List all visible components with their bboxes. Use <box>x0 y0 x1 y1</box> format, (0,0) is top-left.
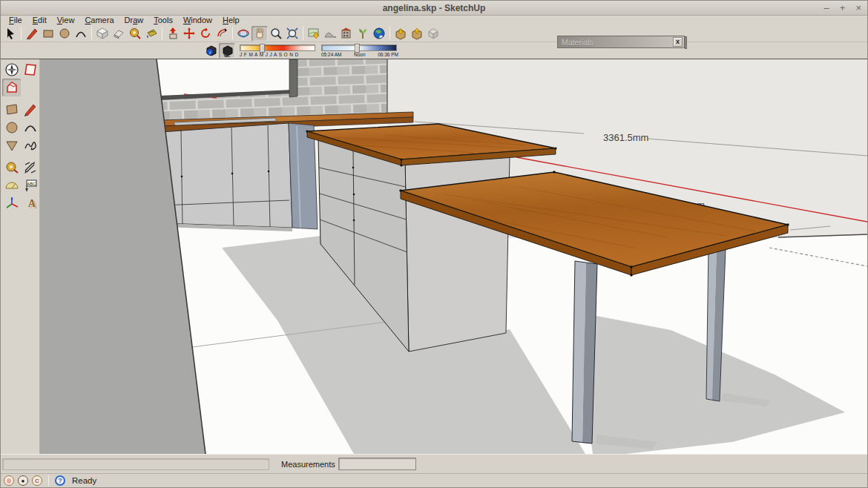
shadow-time-slider: 05:24 AM Noon 06:36 PM <box>321 44 398 57</box>
help-icon[interactable]: ? <box>55 475 65 486</box>
drawer-handle <box>353 220 355 222</box>
date-slider-labels: J F M A M J J A S O N D <box>240 52 317 57</box>
titlebar[interactable]: angelina.skp - SketchUp – + × <box>1 1 867 16</box>
maximize-icon[interactable]: + <box>840 1 846 16</box>
cabinet-handle <box>231 173 234 175</box>
menu-window[interactable]: Window <box>178 16 217 25</box>
arc-tool[interactable] <box>73 26 89 42</box>
circle-tool[interactable] <box>56 26 73 42</box>
main-area: ABC AA <box>1 59 867 454</box>
menu-edit[interactable]: Edit <box>27 16 52 25</box>
date-slider-thumb[interactable] <box>260 44 265 53</box>
menu-camera[interactable]: Camera <box>79 16 119 25</box>
time-slider-thumb[interactable] <box>355 44 360 53</box>
dimension-label-width[interactable]: 3361.5mm <box>603 132 648 143</box>
time-slider-track[interactable] <box>321 44 397 51</box>
materials-close-icon[interactable]: x <box>673 37 683 47</box>
main-toolbar <box>1 25 867 42</box>
line-tool-left[interactable] <box>21 101 39 119</box>
polygon-tool[interactable] <box>2 136 21 154</box>
status-separator <box>48 475 49 486</box>
endpoint <box>554 147 556 149</box>
claim-credit-icon[interactable]: ● <box>18 475 28 486</box>
geolocation-icon[interactable] <box>4 475 14 486</box>
drawer-handle <box>352 167 355 169</box>
orbit-tool[interactable] <box>235 26 251 42</box>
eraser-tool[interactable] <box>111 26 127 42</box>
statusbar: ● C ? Ready <box>1 473 867 487</box>
offset-tool[interactable] <box>214 26 230 42</box>
move-tool[interactable] <box>181 26 197 42</box>
share-model-tool[interactable] <box>409 26 425 42</box>
svg-text:ABC: ABC <box>27 182 36 186</box>
add-location-tool[interactable] <box>306 26 322 42</box>
measurements-tray: Measurements <box>1 454 867 473</box>
close-icon[interactable]: × <box>855 1 861 16</box>
svg-text:i: i <box>209 49 211 55</box>
toggle-terrain-tool[interactable] <box>322 26 338 42</box>
freehand-tool[interactable] <box>21 136 39 154</box>
window-frame-right[interactable] <box>289 59 297 97</box>
protractor-tool[interactable] <box>2 177 21 194</box>
push-pull-tool[interactable] <box>165 26 181 42</box>
menu-draw[interactable]: Draw <box>119 16 149 25</box>
menu-help[interactable]: Help <box>217 16 245 25</box>
time-slider-labels: 05:24 AM Noon 06:36 PM <box>321 52 398 57</box>
rectangle-tool-left[interactable] <box>2 101 21 119</box>
red-plane-tool[interactable] <box>21 61 39 79</box>
minimize-icon[interactable]: – <box>824 1 829 16</box>
measurements-label: Measurements <box>281 460 335 469</box>
get-models-tool[interactable] <box>392 26 409 42</box>
shadows-toggle-button[interactable] <box>219 43 235 59</box>
measurements-input[interactable] <box>338 458 416 470</box>
toolbar-separator <box>91 27 92 40</box>
materials-dialog[interactable]: Materials x <box>557 36 685 48</box>
photo-textures-tool[interactable] <box>338 26 355 42</box>
materials-dialog-title: Materials <box>558 38 673 47</box>
credits-icon[interactable]: C <box>32 475 42 486</box>
pan-tool[interactable] <box>251 26 268 42</box>
endpoint <box>400 158 402 160</box>
tape-measure-tool-left[interactable] <box>2 159 21 177</box>
select-tool[interactable] <box>2 26 19 42</box>
preview-google-earth-tool[interactable] <box>355 26 371 42</box>
endpoint <box>630 266 632 268</box>
menubar: File Edit View Camera Draw Tools Window … <box>1 16 867 25</box>
line-tool[interactable] <box>24 26 40 42</box>
tray-groove <box>2 458 269 470</box>
model-viewport[interactable]: 3361.5mm 900.0mm <box>40 59 867 454</box>
base-cabinets[interactable] <box>161 123 292 228</box>
endpoint <box>399 189 401 191</box>
text-tool[interactable]: ABC <box>21 177 39 194</box>
red-house-tool[interactable] <box>2 79 21 96</box>
toolbar-separator <box>162 27 162 40</box>
menu-view[interactable]: View <box>52 16 80 25</box>
tape-measure-tool[interactable] <box>127 26 143 42</box>
circle-tool-left[interactable] <box>2 119 21 136</box>
zoom-tool[interactable] <box>268 26 284 42</box>
google-earth-icon[interactable] <box>371 26 387 42</box>
shadow-settings-button[interactable]: i <box>203 43 219 59</box>
left-tool-palette: ABC AA <box>1 59 40 454</box>
toolbar-separator <box>303 27 303 40</box>
component-box-icon[interactable] <box>425 26 441 42</box>
menu-tools[interactable]: Tools <box>148 16 178 25</box>
drawer-handle <box>353 194 355 196</box>
rotate-tool[interactable] <box>197 26 214 42</box>
time-noon-label: Noon <box>354 52 366 57</box>
zoom-extents-tool[interactable] <box>284 26 300 42</box>
paint-bucket-tool[interactable] <box>143 26 160 42</box>
axes-tool[interactable] <box>2 194 21 212</box>
endpoint <box>630 274 632 276</box>
endpoint <box>553 171 555 173</box>
arc-tool-left[interactable] <box>21 119 39 136</box>
dimension-tool[interactable] <box>21 159 39 177</box>
make-component-tool[interactable] <box>94 26 111 42</box>
compass-tool[interactable] <box>2 61 21 79</box>
materials-dialog-edge <box>685 36 687 49</box>
time-end-label: 06:36 PM <box>378 52 398 57</box>
rectangle-tool[interactable] <box>40 26 56 42</box>
date-slider-track[interactable] <box>240 44 315 51</box>
3d-text-tool[interactable]: AA <box>21 194 39 212</box>
menu-file[interactable]: File <box>4 16 27 25</box>
